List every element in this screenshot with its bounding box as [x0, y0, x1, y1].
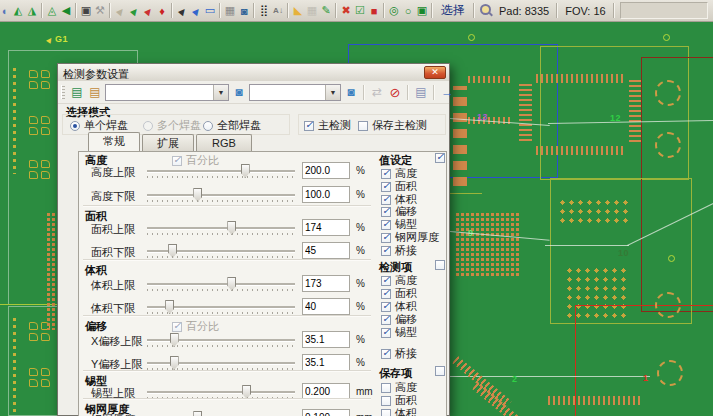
- x-offset-upper-slider[interactable]: [147, 339, 295, 342]
- chevron-down-icon[interactable]: ▼: [325, 85, 340, 100]
- slider-label: 高度上限: [91, 165, 135, 180]
- pcb-label: 1: [643, 373, 649, 383]
- template-combo-2[interactable]: ▼: [249, 84, 341, 101]
- detect-item[interactable]: 桥接: [381, 346, 417, 361]
- volume-upper-input[interactable]: [302, 275, 350, 292]
- dialog-titlebar[interactable]: 检测参数设置 ✕: [58, 64, 449, 82]
- slider-row: 钢网厚度 mm: [79, 410, 375, 416]
- value-set-master-checkbox[interactable]: [435, 153, 445, 163]
- slider-thumb[interactable]: [193, 411, 202, 416]
- cone-view-icon[interactable]: ◀: [59, 2, 73, 20]
- save-master-checkbox[interactable]: [435, 366, 445, 376]
- general-tab-panel: 高度 百分比 高度上限 % 高度下限 % 面积 面积上限 %: [78, 151, 447, 416]
- toolbar-grip[interactable]: [61, 85, 65, 99]
- y-offset-upper-slider[interactable]: [147, 362, 295, 365]
- toolbar-separator: [433, 85, 435, 100]
- circle-dot-icon[interactable]: ◎: [387, 2, 401, 20]
- save-template-green-icon[interactable]: ▤: [69, 83, 85, 101]
- area-lower-input[interactable]: [302, 242, 350, 259]
- bga-grid: [455, 212, 521, 278]
- close-button[interactable]: ✕: [424, 66, 446, 79]
- tile-layout-icon[interactable]: ⣿: [257, 2, 271, 20]
- template-combo-1[interactable]: ▼: [105, 84, 229, 101]
- x-offset-upper-input[interactable]: [302, 331, 350, 348]
- square-frame-icon[interactable]: ▣: [415, 2, 429, 20]
- cancel-icon[interactable]: ⊘: [387, 83, 403, 101]
- edit-plan-icon[interactable]: ✎: [319, 2, 333, 20]
- tab-general[interactable]: 常规: [88, 132, 140, 151]
- height-upper-slider[interactable]: [147, 170, 295, 173]
- save-template-orange-icon[interactable]: ▤: [87, 83, 103, 101]
- tab-extended[interactable]: 扩展: [142, 134, 194, 151]
- shape-upper-slider[interactable]: [147, 391, 295, 394]
- slider-row: 面积上限 %: [79, 220, 375, 237]
- rosette-pads: [655, 292, 681, 318]
- unit-label: %: [356, 165, 365, 176]
- volume-lower-slider[interactable]: [147, 306, 295, 309]
- volume-upper-slider[interactable]: [147, 283, 295, 286]
- stencil-thickness-input[interactable]: [302, 409, 350, 416]
- ruler-icon[interactable]: ◣: [291, 2, 305, 20]
- pad-strip: [629, 80, 641, 142]
- y-offset-upper-input[interactable]: [302, 354, 350, 371]
- radio-single-pad[interactable]: 单个焊盘: [70, 118, 128, 133]
- slider-row: X偏移上限 %: [79, 332, 375, 349]
- view-3d-a-icon[interactable]: ◭: [11, 2, 25, 20]
- select-mode-button[interactable]: 选择: [441, 2, 465, 19]
- exit-icon[interactable]: →: [439, 83, 455, 101]
- tools-icon[interactable]: ⚒: [93, 2, 107, 20]
- quad-pads: [29, 116, 50, 135]
- unit-label: %: [356, 334, 365, 345]
- volume-lower-input[interactable]: [302, 298, 350, 315]
- prism-view-icon[interactable]: ◬: [45, 2, 59, 20]
- partial-tool-icon[interactable]: ◖: [0, 2, 11, 20]
- detect-item[interactable]: 锡型: [381, 325, 417, 340]
- slider-label: 钢网厚度: [91, 412, 135, 416]
- rosette-pads: [655, 132, 681, 158]
- slider-label: 体积上限: [91, 278, 135, 293]
- pcb-outline-segment: [450, 193, 482, 194]
- slider-label: 面积上限: [91, 222, 135, 237]
- toolbar-separator: [556, 3, 558, 18]
- screen-capture-icon[interactable]: ▣: [79, 2, 93, 20]
- group-separator: [83, 315, 371, 316]
- slider-row: 体积下限 %: [79, 299, 375, 316]
- save-item[interactable]: 体积: [381, 406, 417, 416]
- apply-template-left-icon[interactable]: ◙: [231, 83, 247, 101]
- stop-icon[interactable]: ■: [367, 2, 381, 20]
- trace-line: [545, 245, 629, 246]
- pad-strip-diagonal: [452, 356, 511, 408]
- view-3d-b-icon[interactable]: ◮: [25, 2, 39, 20]
- area-lower-slider[interactable]: [147, 250, 295, 253]
- sort-az-icon[interactable]: A↓: [271, 2, 285, 20]
- main-detect-checkbox[interactable]: 主检测: [304, 118, 351, 133]
- circle-icon[interactable]: ○: [401, 2, 415, 20]
- save-settings-icon[interactable]: ▤: [413, 83, 429, 101]
- pcb-label: 12: [610, 113, 621, 123]
- height-upper-input[interactable]: [302, 162, 350, 179]
- height-lower-slider[interactable]: [147, 194, 295, 197]
- confirm-icon[interactable]: ☑: [353, 2, 367, 20]
- group-separator: [83, 259, 371, 260]
- magnifier-icon[interactable]: [478, 2, 493, 19]
- delete-icon[interactable]: ✖: [339, 2, 353, 20]
- radio-all-pads[interactable]: 全部焊盘: [203, 118, 261, 133]
- chevron-down-icon[interactable]: ▼: [213, 85, 228, 100]
- grid-view-icon[interactable]: ▦: [223, 2, 237, 20]
- slider-ticks: [147, 176, 295, 178]
- save-main-detect-checkbox[interactable]: 保存主检测: [358, 118, 427, 133]
- unit-label: %: [356, 222, 365, 233]
- dialog-toolbar: ▤ ▤ ▼ ◙ ▼ ◙ ⇄ ⊘ ▤ →: [58, 81, 449, 104]
- apply-template-right-icon[interactable]: ◙: [343, 83, 359, 101]
- tab-rgb[interactable]: RGB: [196, 134, 252, 151]
- camera-icon[interactable]: ◙: [237, 2, 251, 20]
- grid-faint-icon[interactable]: ▦: [305, 2, 319, 20]
- toolbar-separator: [473, 3, 475, 18]
- sync-icon[interactable]: ⇄: [369, 83, 385, 101]
- height-lower-input[interactable]: [302, 186, 350, 203]
- quad-pads: [29, 70, 50, 89]
- detect-master-checkbox[interactable]: [435, 260, 445, 270]
- area-upper-input[interactable]: [302, 219, 350, 236]
- area-upper-slider[interactable]: [147, 227, 295, 230]
- value-set-item[interactable]: 桥接: [381, 243, 417, 258]
